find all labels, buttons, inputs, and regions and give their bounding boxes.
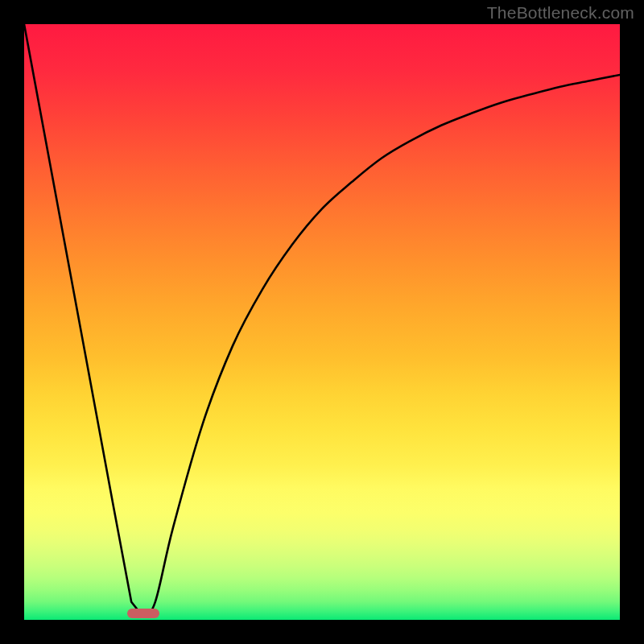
- optimal-marker: [127, 609, 160, 618]
- plot-area: [24, 24, 620, 620]
- watermark-text: TheBottleneck.com: [487, 3, 634, 23]
- bottleneck-curve: [24, 24, 620, 620]
- chart-frame: TheBottleneck.com: [0, 0, 644, 644]
